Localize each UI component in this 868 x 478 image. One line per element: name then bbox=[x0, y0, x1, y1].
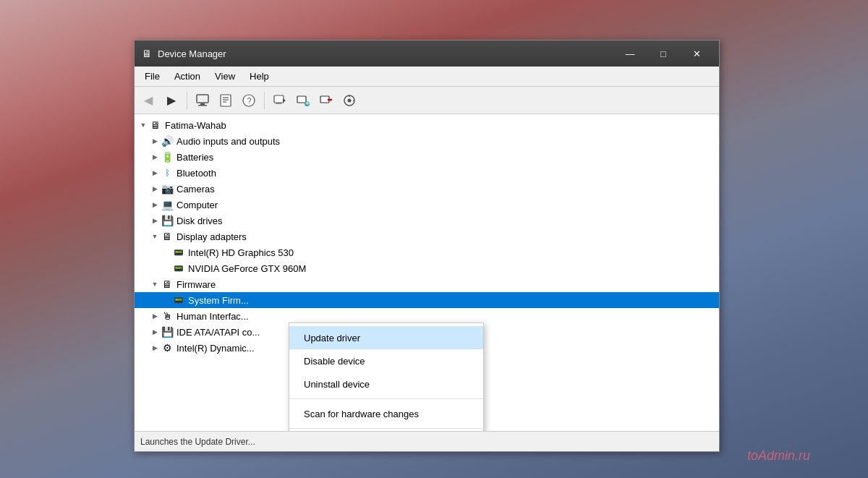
tree-system-firmware[interactable]: 📟 System Firm... bbox=[135, 292, 719, 308]
tree-cameras[interactable]: 📷 Cameras bbox=[135, 181, 719, 197]
svg-point-18 bbox=[348, 98, 352, 102]
cameras-icon: 📷 bbox=[161, 182, 174, 195]
tree-firmware[interactable]: 🖥 Firmware bbox=[135, 276, 719, 292]
cameras-label: Cameras bbox=[176, 184, 215, 195]
tree-nvidia[interactable]: 📟 NVIDIA GeForce GTX 960M bbox=[135, 260, 719, 276]
batteries-label: Batteries bbox=[176, 152, 213, 163]
menu-help[interactable]: Help bbox=[242, 68, 276, 85]
tree-root[interactable]: 🖥 Fatima-Wahab bbox=[135, 117, 719, 133]
display-label: Display adapters bbox=[176, 231, 247, 242]
ctx-uninstall-device[interactable]: Uninstall device bbox=[289, 372, 483, 396]
inteldyn-arrow bbox=[149, 342, 161, 354]
disk-arrow bbox=[149, 215, 161, 226]
maximize-button[interactable]: □ bbox=[647, 40, 680, 67]
device-manager-window: 🖥 Device Manager — □ ✕ File Action View … bbox=[134, 40, 720, 452]
ctx-update-driver[interactable]: Update driver bbox=[289, 326, 483, 349]
svg-text:+: + bbox=[306, 100, 310, 107]
svg-rect-2 bbox=[198, 105, 207, 106]
ctx-scan-hardware[interactable]: Scan for hardware changes bbox=[289, 402, 483, 425]
menu-action[interactable]: Action bbox=[167, 68, 208, 85]
close-button[interactable]: ✕ bbox=[680, 40, 713, 67]
disk-icon: 💾 bbox=[161, 214, 174, 227]
hid-icon: 🖱 bbox=[161, 310, 174, 323]
svg-marker-11 bbox=[283, 98, 286, 103]
show-devices-button[interactable] bbox=[192, 90, 213, 111]
audio-label: Audio inputs and outputs bbox=[176, 136, 280, 147]
computer-sub-arrow bbox=[149, 199, 161, 210]
update-driver-toolbar-button[interactable] bbox=[269, 90, 291, 111]
hid-arrow bbox=[149, 310, 161, 322]
audio-arrow bbox=[149, 135, 161, 147]
ide-arrow bbox=[149, 326, 161, 338]
tree-intel-graphics[interactable]: 📟 Intel(R) HD Graphics 530 bbox=[135, 244, 719, 260]
minimize-button[interactable]: — bbox=[613, 40, 647, 67]
svg-rect-3 bbox=[221, 95, 231, 106]
svg-rect-12 bbox=[297, 96, 306, 103]
ctx-separator-1 bbox=[289, 398, 483, 399]
computer-sub-icon: 💻 bbox=[161, 198, 174, 211]
svg-rect-9 bbox=[274, 95, 284, 103]
intel-icon: 📟 bbox=[172, 246, 185, 259]
computer-name: Fatima-Wahab bbox=[165, 120, 226, 131]
tree-audio-inputs[interactable]: 🔊 Audio inputs and outputs bbox=[135, 133, 719, 149]
menu-view[interactable]: View bbox=[208, 68, 242, 85]
batteries-arrow bbox=[149, 151, 161, 163]
status-bar: Launches the Update Driver... bbox=[135, 431, 719, 451]
inteldyn-label: Intel(R) Dynamic... bbox=[176, 343, 255, 354]
uninstall-button[interactable] bbox=[315, 90, 337, 111]
title-bar: 🖥 Device Manager — □ ✕ bbox=[135, 40, 719, 67]
display-icon: 🖥 bbox=[161, 230, 174, 243]
context-menu: Update driver Disable device Uninstall d… bbox=[289, 323, 484, 431]
watermark: toAdmin.ru bbox=[747, 448, 810, 464]
nvidia-label: NVIDIA GeForce GTX 960M bbox=[188, 263, 306, 274]
add-legacy-button[interactable]: + bbox=[292, 90, 314, 111]
sysfw-label: System Firm... bbox=[188, 295, 249, 306]
bluetooth-label: Bluetooth bbox=[176, 168, 216, 179]
firmware-icon: 🖥 bbox=[161, 278, 174, 291]
tree-bluetooth[interactable]: ᛒ Bluetooth bbox=[135, 165, 719, 181]
svg-rect-0 bbox=[197, 95, 208, 103]
menu-file[interactable]: File bbox=[137, 68, 167, 85]
cameras-arrow bbox=[149, 183, 161, 195]
toolbar-separator-1 bbox=[187, 92, 187, 109]
nvidia-icon: 📟 bbox=[172, 262, 185, 275]
toolbar-separator-2 bbox=[264, 92, 265, 109]
scan-hardware-toolbar-button[interactable] bbox=[339, 90, 360, 111]
bluetooth-arrow bbox=[149, 167, 161, 179]
help-button[interactable]: ? bbox=[238, 90, 260, 111]
computer-icon: 🖥 bbox=[149, 119, 162, 132]
forward-button[interactable]: ▶ bbox=[161, 90, 182, 111]
tree-display-adapters[interactable]: 🖥 Display adapters bbox=[135, 229, 719, 244]
back-button[interactable]: ◀ bbox=[137, 90, 159, 111]
ide-label: IDE ATA/ATAPI co... bbox=[176, 327, 260, 338]
ctx-separator-2 bbox=[289, 428, 483, 429]
root-arrow bbox=[137, 119, 149, 131]
content-area: 🖥 Fatima-Wahab 🔊 Audio inputs and output… bbox=[135, 114, 719, 431]
ide-icon: 💾 bbox=[161, 325, 174, 338]
hid-label: Human Interfac... bbox=[176, 311, 249, 322]
status-text: Launches the Update Driver... bbox=[140, 437, 255, 447]
title-bar-buttons: — □ ✕ bbox=[613, 40, 713, 67]
bluetooth-icon: ᛒ bbox=[161, 166, 174, 179]
intel-label: Intel(R) HD Graphics 530 bbox=[188, 247, 294, 258]
computer-sub-label: Computer bbox=[176, 200, 218, 210]
properties-button[interactable] bbox=[215, 90, 237, 111]
ctx-disable-device[interactable]: Disable device bbox=[289, 349, 483, 372]
svg-rect-1 bbox=[200, 103, 205, 105]
toolbar: ◀ ▶ ? bbox=[135, 87, 719, 114]
window-icon: 🖥 bbox=[140, 47, 153, 60]
svg-text:?: ? bbox=[247, 96, 252, 105]
sysfw-icon: 📟 bbox=[172, 294, 185, 307]
tree-disk-drives[interactable]: 💾 Disk drives bbox=[135, 213, 719, 229]
tree-computer[interactable]: 💻 Computer bbox=[135, 197, 719, 213]
disk-label: Disk drives bbox=[176, 215, 223, 226]
inteldyn-icon: ⚙ bbox=[161, 341, 174, 354]
tree-batteries[interactable]: 🔋 Batteries bbox=[135, 149, 719, 165]
display-arrow bbox=[149, 231, 161, 242]
menu-bar: File Action View Help bbox=[135, 67, 719, 87]
firmware-arrow bbox=[149, 278, 161, 290]
batteries-icon: 🔋 bbox=[161, 150, 174, 163]
firmware-label: Firmware bbox=[176, 279, 216, 290]
audio-icon: 🔊 bbox=[161, 135, 174, 148]
tree-hid[interactable]: 🖱 Human Interfac... bbox=[135, 308, 719, 324]
